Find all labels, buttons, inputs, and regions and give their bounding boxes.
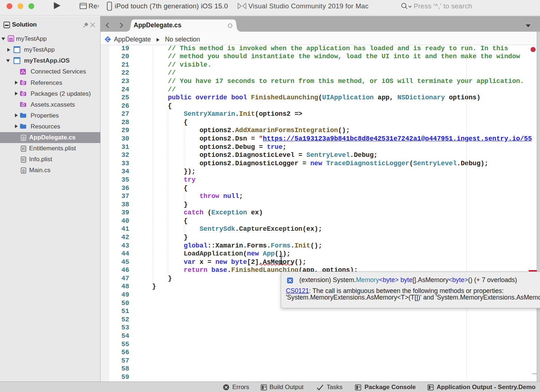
svg-text:C: C bbox=[106, 37, 109, 41]
svg-text:{}: {} bbox=[22, 136, 25, 140]
svg-text:{}: {} bbox=[22, 169, 25, 173]
